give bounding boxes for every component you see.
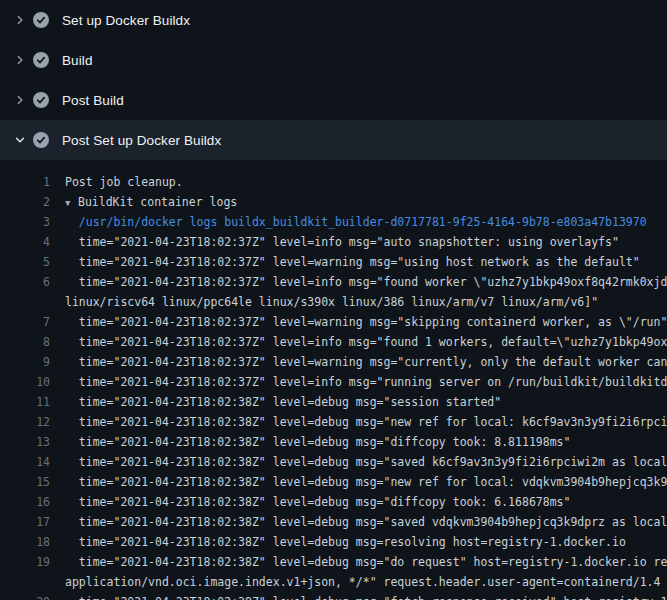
log-line-text: time="2021-04-23T18:02:37Z" level=info m…: [65, 232, 667, 252]
log-line-text: time="2021-04-23T18:02:38Z" level=debug …: [65, 512, 667, 532]
log-line-text: time="2021-04-23T18:02:37Z" level=warnin…: [65, 252, 667, 272]
step-row-set-up-docker-buildx[interactable]: Set up Docker Buildx: [0, 0, 667, 40]
log-line-continuation: linux/riscv64 linux/ppc64le linux/s390x …: [0, 292, 667, 312]
log-line-number[interactable]: 16: [0, 492, 50, 512]
log-line-text: time="2021-04-23T18:02:37Z" level=info m…: [65, 372, 667, 392]
log-line-number[interactable]: 6: [0, 272, 50, 292]
log-line-number[interactable]: 1: [0, 172, 50, 192]
log-line-text: time="2021-04-23T18:02:38Z" level=debug …: [65, 412, 667, 432]
log-line: 6 time="2021-04-23T18:02:37Z" level=info…: [0, 272, 667, 292]
step-title: Post Build: [62, 93, 124, 108]
check-circle-icon: [33, 52, 49, 68]
log-line-number[interactable]: 13: [0, 432, 50, 452]
log-line-number[interactable]: 4: [0, 232, 50, 252]
chevron-right-icon: [12, 52, 28, 68]
step-row-post-set-up-docker-buildx[interactable]: Post Set up Docker Buildx: [0, 120, 667, 160]
log-line-text: time="2021-04-23T18:02:38Z" level=debug …: [65, 532, 667, 552]
check-circle-icon: [33, 132, 49, 148]
log-line-number: [0, 292, 50, 312]
log-line-number[interactable]: 9: [0, 352, 50, 372]
log-line-text: time="2021-04-23T18:02:38Z" level=debug …: [65, 592, 667, 600]
check-circle-icon: [33, 12, 49, 28]
log-line: 4 time="2021-04-23T18:02:37Z" level=info…: [0, 232, 667, 252]
log-line-text: time="2021-04-23T18:02:38Z" level=debug …: [65, 432, 667, 452]
log-line: 8 time="2021-04-23T18:02:37Z" level=info…: [0, 332, 667, 352]
log-line-text: time="2021-04-23T18:02:38Z" level=debug …: [65, 452, 667, 472]
log-line: 7 time="2021-04-23T18:02:37Z" level=warn…: [0, 312, 667, 332]
step-row-build[interactable]: Build: [0, 40, 667, 80]
check-circle-icon: [33, 92, 49, 108]
log-line-number[interactable]: 12: [0, 412, 50, 432]
steps-list: Set up Docker BuildxBuildPost BuildPost …: [0, 0, 667, 160]
log-line-text: time="2021-04-23T18:02:38Z" level=debug …: [65, 492, 667, 512]
log-line-number[interactable]: 2: [0, 192, 50, 212]
log-line-text: time="2021-04-23T18:02:37Z" level=warnin…: [65, 312, 667, 332]
log-line-number[interactable]: 7: [0, 312, 50, 332]
log-group-toggle[interactable]: ▼BuildKit container logs: [65, 192, 667, 212]
log-line-number[interactable]: 17: [0, 512, 50, 532]
log-line-number[interactable]: 11: [0, 392, 50, 412]
log-line-number[interactable]: 20: [0, 592, 50, 600]
log-line: 1Post job cleanup.: [0, 172, 667, 192]
log-line-number: [0, 572, 50, 592]
log-line-number[interactable]: 18: [0, 532, 50, 552]
log-line-number[interactable]: 5: [0, 252, 50, 272]
log-line: 11 time="2021-04-23T18:02:38Z" level=deb…: [0, 392, 667, 412]
log-line-text: time="2021-04-23T18:02:38Z" level=debug …: [65, 472, 667, 492]
step-title: Post Set up Docker Buildx: [62, 133, 221, 148]
expand-triangle-icon: ▼: [65, 193, 78, 212]
step-title: Build: [62, 53, 93, 68]
log-line-continuation: application/vnd.oci.image.index.v1+json,…: [0, 572, 667, 592]
log-line-number[interactable]: 8: [0, 332, 50, 352]
log-line: 19 time="2021-04-23T18:02:38Z" level=deb…: [0, 552, 667, 572]
log-line: 15 time="2021-04-23T18:02:38Z" level=deb…: [0, 472, 667, 492]
log-command-text: /usr/bin/docker logs buildx_buildkit_bui…: [65, 212, 667, 232]
log-line: 20 time="2021-04-23T18:02:38Z" level=deb…: [0, 592, 667, 600]
log-line: 12 time="2021-04-23T18:02:38Z" level=deb…: [0, 412, 667, 432]
log-group-label: BuildKit container logs: [78, 195, 237, 209]
step-title: Set up Docker Buildx: [62, 13, 190, 28]
log-line-text: Post job cleanup.: [65, 172, 667, 192]
log-line-text: time="2021-04-23T18:02:37Z" level=warnin…: [65, 352, 667, 372]
log-line: 16 time="2021-04-23T18:02:38Z" level=deb…: [0, 492, 667, 512]
log-line: 17 time="2021-04-23T18:02:38Z" level=deb…: [0, 512, 667, 532]
log-line-number[interactable]: 19: [0, 552, 50, 572]
log-line-text: time="2021-04-23T18:02:37Z" level=info m…: [65, 332, 667, 352]
log-line: 5 time="2021-04-23T18:02:37Z" level=warn…: [0, 252, 667, 272]
log-line: 3 /usr/bin/docker logs buildx_buildkit_b…: [0, 212, 667, 232]
log-line: 14 time="2021-04-23T18:02:38Z" level=deb…: [0, 452, 667, 472]
log-line-number[interactable]: 3: [0, 212, 50, 232]
log-line: 13 time="2021-04-23T18:02:38Z" level=deb…: [0, 432, 667, 452]
log-line-text: application/vnd.oci.image.index.v1+json,…: [65, 572, 667, 592]
log-line-text: time="2021-04-23T18:02:38Z" level=debug …: [65, 392, 667, 412]
log-line: 9 time="2021-04-23T18:02:37Z" level=warn…: [0, 352, 667, 372]
log-line-text: time="2021-04-23T18:02:37Z" level=info m…: [65, 272, 667, 292]
log-line-number[interactable]: 14: [0, 452, 50, 472]
log-line-number[interactable]: 10: [0, 372, 50, 392]
chevron-right-icon: [12, 12, 28, 28]
log-line: 10 time="2021-04-23T18:02:37Z" level=inf…: [0, 372, 667, 392]
log-line: 18 time="2021-04-23T18:02:38Z" level=deb…: [0, 532, 667, 552]
log-line-text: time="2021-04-23T18:02:38Z" level=debug …: [65, 552, 667, 572]
log-line: 2▼BuildKit container logs: [0, 192, 667, 212]
log-line-text: linux/riscv64 linux/ppc64le linux/s390x …: [65, 292, 667, 312]
chevron-down-icon: [12, 132, 28, 148]
chevron-right-icon: [12, 92, 28, 108]
log-line-number[interactable]: 15: [0, 472, 50, 492]
step-row-post-build[interactable]: Post Build: [0, 80, 667, 120]
log-content: 1Post job cleanup.2▼BuildKit container l…: [0, 160, 667, 600]
